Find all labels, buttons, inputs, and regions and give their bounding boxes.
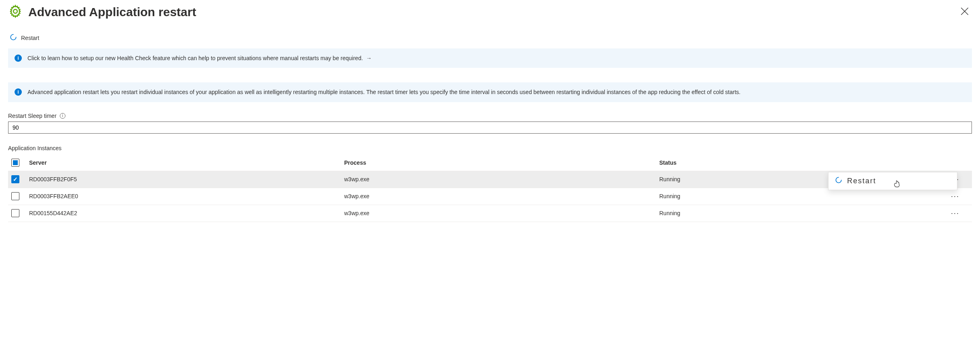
column-status[interactable]: Status [656,155,948,171]
table-row[interactable]: RD00155D442AE2 w3wp.exe Running ··· [8,205,972,222]
table-row[interactable]: RD0003FFB2F0F5 w3wp.exe Running ··· Rest… [8,171,972,188]
table-header-row: Server Process Status [8,155,972,171]
info-icon: i [15,88,22,96]
row-more-button[interactable]: ··· Restart [948,171,972,188]
cell-status: Running [656,205,948,222]
select-all-checkbox[interactable] [11,159,19,167]
restart-icon [10,34,17,42]
health-check-banner[interactable]: i Click to learn how to setup our new He… [8,48,972,68]
row-more-button[interactable]: ··· [948,205,972,222]
row-checkbox[interactable] [11,175,19,183]
context-menu-restart[interactable]: Restart [829,172,957,190]
column-server[interactable]: Server [26,155,341,171]
sleep-timer-label: Restart Sleep timer [8,113,57,119]
cell-server: RD0003FFB2F0F5 [26,171,341,188]
description-text: Advanced application restart lets you re… [27,88,740,96]
svg-point-0 [13,9,17,13]
description-banner: i Advanced application restart lets you … [8,82,972,102]
close-button[interactable] [957,4,972,20]
cell-server: RD0003FFB2AEE0 [26,188,341,205]
sleep-timer-label-row: Restart Sleep timer i [8,113,972,119]
cell-status: Running [656,188,948,205]
table-row[interactable]: RD0003FFB2AEE0 w3wp.exe Running ··· [8,188,972,205]
cell-process: w3wp.exe [341,205,656,222]
context-menu-restart-label: Restart [847,177,876,185]
instances-table: Server Process Status RD0003FFB2F0F5 w3w… [8,155,972,222]
restart-icon [835,176,842,186]
toolbar: Restart [8,32,972,44]
sleep-timer-input[interactable] [8,122,972,134]
row-checkbox[interactable] [11,192,19,200]
column-process[interactable]: Process [341,155,656,171]
info-icon: i [15,54,22,62]
row-more-button[interactable]: ··· [948,188,972,205]
restart-button-label: Restart [21,35,39,41]
page-title: Advanced Application restart [28,5,196,19]
cell-server: RD00155D442AE2 [26,205,341,222]
row-checkbox[interactable] [11,209,19,217]
header-left: Advanced Application restart [8,4,196,20]
health-check-text: Click to learn how to setup our new Heal… [27,54,372,62]
page-header: Advanced Application restart [8,4,972,20]
arrow-right-icon: → [366,55,372,61]
restart-button[interactable]: Restart [10,32,39,44]
instances-title: Application Instances [8,145,972,151]
context-menu: Restart [828,172,957,190]
help-icon[interactable]: i [60,113,65,119]
cell-process: w3wp.exe [341,171,656,188]
cell-process: w3wp.exe [341,188,656,205]
gear-icon [8,4,23,20]
